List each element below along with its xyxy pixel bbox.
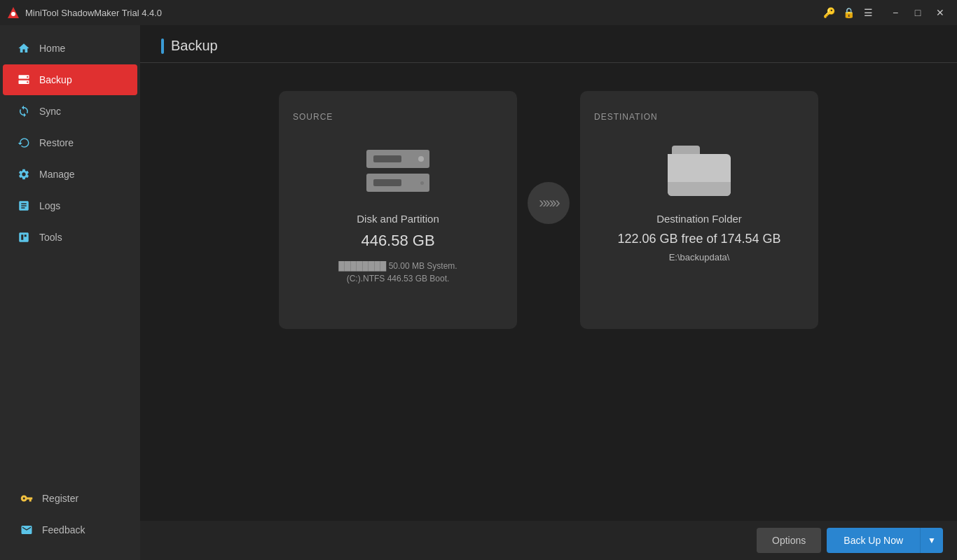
disk-icon: [366, 150, 429, 192]
app-logo: [7, 6, 20, 19]
title-bar-icon-group: 🔑 🔒 ☰: [821, 5, 876, 20]
sidebar-item-backup-label: Backup: [39, 74, 72, 85]
arrow-connector: »»»: [517, 182, 580, 224]
destination-label: DESTINATION: [594, 112, 658, 122]
sidebar-bottom: Register Feedback: [0, 475, 140, 560]
sidebar: Home Backup: [0, 25, 140, 560]
backup-area: SOURCE Disk and Partition 446.58 GB ████…: [140, 63, 957, 521]
sidebar-item-backup[interactable]: Backup: [3, 64, 137, 95]
sidebar-nav: Home Backup: [0, 25, 140, 475]
sync-icon: [17, 104, 31, 118]
source-detail-line2: (C:).NTFS 446.53 GB Boot.: [347, 274, 450, 284]
minimize-button[interactable]: −: [886, 3, 905, 22]
page-title: Backup: [171, 38, 218, 54]
logs-icon: [17, 199, 31, 213]
sidebar-item-logs[interactable]: Logs: [3, 190, 137, 221]
source-card[interactable]: SOURCE Disk and Partition 446.58 GB ████…: [279, 91, 517, 329]
sidebar-item-tools[interactable]: Tools: [3, 222, 137, 253]
destination-card[interactable]: DESTINATION Destination Folder 122.06 GB…: [580, 91, 818, 329]
sidebar-item-register[interactable]: Register: [6, 483, 135, 514]
arrow-circle: »»»: [528, 182, 570, 224]
backup-now-button[interactable]: Back Up Now: [827, 528, 920, 553]
source-label: SOURCE: [293, 112, 333, 122]
content-header: Backup: [140, 25, 957, 63]
main-layout: Home Backup: [0, 25, 957, 560]
sidebar-item-sync[interactable]: Sync: [3, 96, 137, 127]
restore-icon: [17, 136, 31, 150]
sidebar-item-manage[interactable]: Manage: [3, 159, 137, 190]
options-button[interactable]: Options: [757, 528, 821, 553]
disk-slot-bottom: [366, 174, 429, 192]
svg-point-4: [27, 76, 28, 78]
backup-now-group: Back Up Now ▼: [827, 528, 943, 553]
source-name: Disk and Partition: [357, 213, 439, 225]
manage-icon: [17, 167, 31, 181]
destination-path: E:\backupdata\: [669, 252, 730, 262]
sidebar-item-feedback[interactable]: Feedback: [6, 514, 135, 545]
header-accent: [161, 38, 164, 54]
disk-dot2: [420, 181, 424, 185]
menu-icon[interactable]: ☰: [860, 5, 876, 20]
close-button[interactable]: ✕: [930, 3, 950, 22]
svg-point-1: [11, 12, 15, 16]
sidebar-item-manage-label: Manage: [39, 169, 75, 180]
source-size: 446.58 GB: [361, 232, 434, 250]
folder-body: [668, 154, 731, 196]
folder-icon: [668, 146, 731, 196]
tools-icon: [17, 230, 31, 244]
sidebar-item-home-label: Home: [39, 43, 65, 54]
key-icon[interactable]: 🔑: [821, 5, 836, 20]
title-bar: MiniTool ShadowMaker Trial 4.4.0 🔑 🔒 ☰ −…: [0, 0, 957, 25]
lock-icon[interactable]: 🔒: [841, 5, 856, 20]
svg-point-5: [27, 81, 28, 83]
feedback-email-icon: [20, 523, 34, 537]
backup-icon: [17, 73, 31, 87]
sidebar-item-tools-label: Tools: [39, 232, 62, 243]
sidebar-item-restore-label: Restore: [39, 137, 74, 148]
sidebar-item-sync-label: Sync: [39, 106, 61, 117]
sidebar-item-feedback-label: Feedback: [42, 524, 85, 536]
destination-free: 122.06 GB free of 174.54 GB: [617, 232, 780, 246]
disk-slot-top: [366, 150, 429, 168]
content-area: Backup SOURCE Disk and Partition: [140, 25, 957, 560]
sidebar-item-logs-label: Logs: [39, 200, 60, 211]
window-controls: − □ ✕: [886, 3, 950, 22]
disk-dot: [418, 156, 424, 162]
destination-name: Destination Folder: [656, 213, 742, 225]
app-title: MiniTool ShadowMaker Trial 4.4.0: [25, 8, 821, 18]
bottom-bar: Options Back Up Now ▼: [140, 521, 957, 560]
arrow-icon: »»»: [539, 194, 558, 212]
sidebar-item-restore[interactable]: Restore: [3, 127, 137, 158]
sidebar-item-register-label: Register: [42, 493, 78, 504]
backup-dropdown-button[interactable]: ▼: [920, 528, 943, 553]
folder-tab: [672, 146, 700, 154]
source-detail-line1: ████████ 50.00 MB System.: [338, 261, 457, 271]
maximize-button[interactable]: □: [908, 3, 928, 22]
source-icon-area: [363, 143, 433, 199]
destination-icon-area: [664, 143, 734, 199]
register-key-icon: [20, 491, 34, 505]
source-detail: ████████ 50.00 MB System. (C:).NTFS 446.…: [338, 260, 457, 285]
sidebar-item-home[interactable]: Home: [3, 33, 137, 64]
home-icon: [17, 41, 31, 55]
